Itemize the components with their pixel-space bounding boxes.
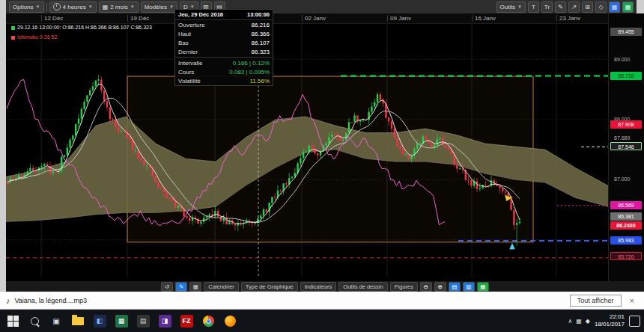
start-button[interactable] <box>4 312 22 330</box>
tooltip-row-label: Haut <box>178 31 191 37</box>
notification-banner[interactable]: ♪ Vaiana, la légend....mp3 Tout afficher… <box>0 292 644 310</box>
taskbar-app-firefox[interactable] <box>221 312 239 330</box>
clock-icon <box>53 3 61 10</box>
tray-icon-0[interactable]: ∧ <box>568 318 572 325</box>
up-candle-icon <box>11 26 15 30</box>
toolbar-icon-right-1[interactable]: Tr <box>541 1 553 13</box>
search-button[interactable] <box>25 312 43 330</box>
tooltip-stat-row: Intervalle0.166 | 0.12% <box>175 58 273 67</box>
taskbar-time: 22:01 <box>595 313 625 321</box>
price-tag: 86.381 <box>610 212 642 221</box>
taskbar-clock[interactable]: 22:01 18/01/2017 <box>595 313 625 328</box>
app-mail-icon: ◧ <box>94 315 106 328</box>
tooltip-time: 13:00:00 <box>247 11 270 18</box>
toolbar-icon-right-7[interactable]: ▦ <box>622 1 634 13</box>
price-tag: 86.2400 <box>610 221 642 230</box>
options-label: Options <box>13 4 34 10</box>
bottom-toolbar-button-4[interactable]: Figures <box>390 282 418 292</box>
bottom-toolbar-icon-right-2[interactable]: ▤ <box>449 282 461 292</box>
folder-icon <box>72 317 84 325</box>
taskbar-app-app-generic[interactable]: ▤ <box>134 312 152 330</box>
price-axis[interactable]: 89.00088.00087.68987.00089.45588.72687.9… <box>608 13 644 281</box>
price-chart-canvas[interactable] <box>6 13 608 281</box>
chevron-down-icon: ▼ <box>130 4 135 9</box>
firefox-icon <box>225 316 236 327</box>
range-select[interactable]: ▦ 2 mois ▼ <box>99 1 139 13</box>
toolbar-icon-right-6[interactable]: ▦ <box>609 1 620 13</box>
tray-icon-2[interactable]: ◆ <box>586 318 590 325</box>
tooltip-stat-row: Cours0.082 | 0.095% <box>175 67 273 76</box>
tray-icon-1[interactable]: ▦ <box>576 318 582 325</box>
chevron-down-icon: ▼ <box>88 4 93 9</box>
tooltip-stat-label: Cours <box>178 69 194 76</box>
taskbar-app-chrome[interactable] <box>199 312 217 330</box>
bottom-toolbar-icon-right-1[interactable]: ⊕ <box>434 282 446 292</box>
toolbar-icon-right-2[interactable]: ✎ <box>555 1 566 13</box>
bottom-toolbar-button-0[interactable]: Calendrier <box>204 282 239 292</box>
tooltip-row: Bas86.107 <box>175 38 273 47</box>
bottom-toolbar-button-2[interactable]: Indicateurs <box>300 282 337 292</box>
indicator-icon <box>11 36 15 40</box>
tooltip-stat-row: Volatilité11.56% <box>175 76 273 85</box>
music-note-icon: ♪ <box>6 296 10 305</box>
taskbar-app-app-store[interactable]: ◨ <box>156 312 174 330</box>
price-tag: 87.908 <box>610 120 642 129</box>
tooltip-row: Ouverture86.216 <box>175 20 273 29</box>
show-all-button[interactable]: Tout afficher <box>570 295 622 307</box>
price-tag: 86.569 <box>610 201 642 209</box>
bottom-toolbar-icon-left-0[interactable]: ↺ <box>161 282 173 292</box>
date-axis-label: 19 Déc <box>127 15 149 22</box>
chart-bottom-toolbar: ↺✎▦CalendrierType de GraphiqueIndicateur… <box>6 281 644 292</box>
tooltip-date: Jeu, 29 Déc 2016 <box>178 11 223 18</box>
toolbar-right-icons: TTr✎↗⊞◇▦▦ <box>528 1 634 13</box>
desktop: Options ▼ 4 heures ▼ ▦ 2 mois ▼ Modèles … <box>0 0 644 332</box>
bottom-toolbar-button-3[interactable]: Outils de dessin <box>338 282 387 292</box>
taskbar-date: 18/01/2017 <box>595 321 625 328</box>
tooltip-row-value: 86.216 <box>252 22 270 28</box>
tools-label: Outils <box>500 4 515 10</box>
toolbar-icon-right-3[interactable]: ↗ <box>568 1 580 13</box>
templates-label: Modèles <box>145 4 167 10</box>
window-frame-corner <box>637 0 644 13</box>
date-axis[interactable]: 12 Déc19 Déc02 Janv09 Janv16 Janv23 Janv <box>6 13 608 24</box>
bottom-toolbar-icon-right-4[interactable]: ▦ <box>477 282 489 292</box>
notification-center-icon[interactable] <box>629 316 640 327</box>
chevron-down-icon: ▼ <box>36 4 40 9</box>
timeframe-select[interactable]: 4 heures ▼ <box>49 1 97 13</box>
timeframe-label: 4 heures <box>63 4 86 10</box>
chrome-icon <box>203 316 214 327</box>
toolbar-icon-right-5[interactable]: ◇ <box>595 1 607 13</box>
app-excel-icon: ▦ <box>115 315 128 328</box>
taskbar-app-filezilla[interactable]: FZ <box>177 312 195 330</box>
tooltip-stat-label: Intervalle <box>178 60 202 67</box>
indicator-legend: Ichimoku 9 26 52 <box>9 34 59 40</box>
search-icon <box>31 317 39 325</box>
tooltip-row-label: Bas <box>178 40 189 46</box>
toolbar-icon-right-0[interactable]: T <box>528 1 539 13</box>
tooltip-separator <box>175 57 273 58</box>
tooltip-row-value: 86.323 <box>252 49 270 55</box>
options-button[interactable]: Options ▼ <box>9 1 44 13</box>
chart-panel: 12 Déc19 Déc02 Janv09 Janv16 Janv23 Janv… <box>6 13 608 281</box>
chart-toolbar: Options ▼ 4 heures ▼ ▦ 2 mois ▼ Modèles … <box>6 0 637 13</box>
taskbar-app-app-excel[interactable]: ▦ <box>112 312 130 330</box>
tray-icons: ∧▦◆ <box>568 318 590 325</box>
close-icon[interactable]: × <box>626 296 638 305</box>
bottom-toolbar-icon-left-1[interactable]: ✎ <box>175 282 187 292</box>
date-axis-label: 02 Janv <box>302 15 326 22</box>
tools-button[interactable]: Outils ▼ <box>496 1 526 13</box>
task-view-button[interactable]: ▣ <box>47 312 65 330</box>
bottom-toolbar-button-1[interactable]: Type de Graphique <box>241 282 298 292</box>
bottom-toolbar-icon-right-0[interactable]: ⊖ <box>420 282 432 292</box>
tooltip-header: Jeu, 29 Déc 2016 13:00:00 <box>175 10 273 20</box>
app-generic-icon: ▤ <box>137 315 150 328</box>
bottom-toolbar-icon-left-2[interactable]: ▦ <box>189 282 201 292</box>
templates-button[interactable]: Modèles ▼ <box>141 1 177 13</box>
toolbar-icon-right-4[interactable]: ⊞ <box>582 1 593 13</box>
bottom-toolbar-icon-right-3[interactable]: ▥ <box>463 282 475 292</box>
taskbar-app-file-explorer[interactable] <box>69 312 87 330</box>
price-tag: 85.720 <box>610 252 642 260</box>
app-store-icon: ◨ <box>159 315 171 328</box>
taskbar-app-app-mail[interactable]: ◧ <box>91 312 109 330</box>
calendar-icon: ▦ <box>103 4 109 10</box>
